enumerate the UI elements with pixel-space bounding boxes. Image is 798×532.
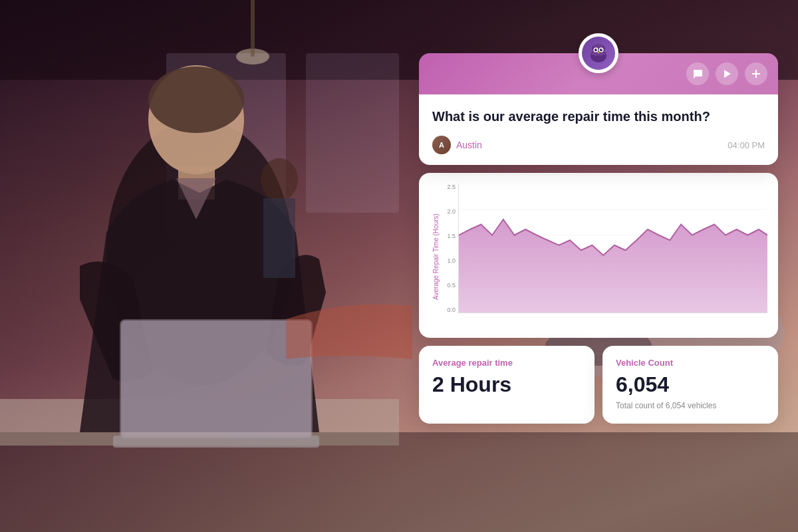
chat-time: 04:00 PM	[728, 140, 765, 150]
svg-point-26	[600, 49, 602, 51]
stats-row: Average repair time 2 Hours Vehicle Coun…	[419, 346, 778, 424]
y-tick-25: 2.5	[440, 184, 458, 190]
stat-vehicle-count-desc: Total count of 6,054 vehicles	[616, 400, 765, 412]
chat-question: What is our average repair time this mon…	[432, 108, 765, 125]
stat-vehicle-count-value: 6,054	[616, 373, 765, 396]
stat-repair-time-label: Average repair time	[432, 358, 581, 368]
chat-button[interactable]	[686, 63, 709, 85]
chart-svg	[459, 184, 767, 313]
chart-card: Average Repair Time (Hours) 0.0 0.5 1.0 …	[419, 173, 778, 338]
y-tick-20: 2.0	[440, 208, 458, 215]
chart-plot	[458, 184, 767, 313]
chat-header	[419, 53, 778, 94]
add-button[interactable]	[745, 63, 767, 85]
user-name: Austin	[456, 140, 482, 150]
svg-marker-30	[724, 70, 731, 78]
stat-repair-time-value: 2 Hours	[432, 373, 581, 396]
stat-card-vehicle-count: Vehicle Count 6,054 Total count of 6,054…	[602, 346, 778, 424]
y-tick-15: 1.5	[440, 233, 458, 239]
y-tick-05: 0.5	[440, 282, 458, 289]
y-tick-0: 0.0	[440, 307, 458, 313]
user-avatar: A	[432, 136, 451, 154]
chatbot-avatar-container	[579, 33, 618, 73]
user-info: A Austin	[432, 136, 482, 154]
chart-container: Average Repair Time (Hours) 0.0 0.5 1.0 …	[430, 184, 767, 330]
y-axis-label: Average Repair Time (Hours)	[430, 184, 440, 330]
svg-point-27	[596, 49, 597, 50]
svg-point-25	[595, 49, 597, 51]
y-tick-10: 1.0	[440, 257, 458, 264]
svg-point-28	[601, 49, 602, 50]
chart-inner: 0.0 0.5 1.0 1.5 2.0 2.5	[440, 184, 767, 330]
chat-user-row: A Austin 04:00 PM	[432, 136, 765, 154]
play-button[interactable]	[716, 63, 738, 85]
chat-body: What is our average repair time this mon…	[419, 94, 778, 165]
chat-card: What is our average repair time this mon…	[419, 53, 778, 165]
y-ticks: 0.0 0.5 1.0 1.5 2.0 2.5	[440, 184, 458, 313]
stat-vehicle-count-label: Vehicle Count	[616, 358, 765, 368]
chatbot-avatar	[582, 37, 615, 70]
stat-card-repair-time: Average repair time 2 Hours	[419, 346, 595, 424]
